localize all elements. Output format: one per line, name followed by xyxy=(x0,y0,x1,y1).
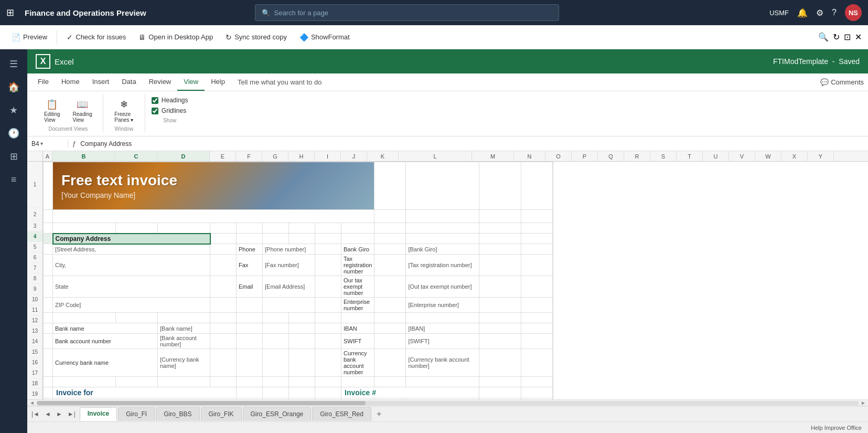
preview-button[interactable]: 📄 Preview xyxy=(6,31,52,44)
cells-rest-2[interactable] xyxy=(553,210,553,223)
row-header-6: 6 xyxy=(27,252,42,263)
sidebar-home-icon[interactable]: 🏠 xyxy=(3,77,24,98)
cell-k1[interactable] xyxy=(374,162,406,210)
reading-view-button[interactable]: 📖 ReadingView xyxy=(69,97,97,125)
tab-data[interactable]: Data xyxy=(115,73,142,91)
horizontal-scrollbar[interactable]: ◄ ► xyxy=(27,399,868,406)
table-row: Company Address xyxy=(44,234,553,244)
formula-value: Company Address xyxy=(80,140,864,147)
notification-icon[interactable]: 🔔 xyxy=(797,8,808,18)
col-header-n: N xyxy=(514,151,545,161)
cells-rest-1[interactable] xyxy=(553,162,553,210)
sheet-nav-prev[interactable]: ◄ xyxy=(42,409,53,419)
cell-n1[interactable] xyxy=(521,162,553,210)
tab-view[interactable]: View xyxy=(177,73,205,91)
row-header-9: 9 xyxy=(27,284,42,294)
sheet-nav: |◄ ◄ ► ►| xyxy=(27,409,80,419)
close-icon[interactable]: ✕ xyxy=(855,32,862,42)
headings-checkbox-input[interactable] xyxy=(152,97,158,104)
col-header-t: T xyxy=(677,151,703,161)
h-scroll-left[interactable]: ◄ xyxy=(29,400,35,406)
settings-icon[interactable]: ⚙ xyxy=(816,8,823,18)
cell-l2[interactable] xyxy=(406,210,479,223)
sync-button[interactable]: ↻ Sync stored copy xyxy=(220,31,292,44)
sidebar-menu-icon[interactable]: ☰ xyxy=(3,54,24,75)
cell-k2[interactable] xyxy=(374,210,406,223)
popout-icon[interactable]: ⊡ xyxy=(844,32,851,42)
invoice-title: Free text invoice xyxy=(61,172,366,189)
app-grid-icon[interactable]: ⊞ xyxy=(6,7,14,18)
h-scroll-track[interactable] xyxy=(37,401,859,405)
h-scroll-thumb[interactable] xyxy=(37,401,366,405)
top-nav-right: USMF 🔔 ⚙ ? NS xyxy=(769,4,862,21)
excel-header: X Excel FTIModTemplate - Saved xyxy=(27,49,868,73)
sheet-nav-first[interactable]: |◄ xyxy=(29,409,41,419)
editing-view-icon: 📋 xyxy=(46,99,58,110)
help-icon[interactable]: ? xyxy=(832,8,837,17)
sheet-tab-giro-fi[interactable]: Giro_FI xyxy=(118,407,155,421)
avatar[interactable]: NS xyxy=(845,4,862,21)
sheet-tab-invoice[interactable]: Invoice xyxy=(80,407,117,421)
show-format-button[interactable]: 🔷 ShowFormat xyxy=(294,31,355,44)
col-header-v: V xyxy=(729,151,755,161)
cell-ref-dropdown-icon[interactable]: ▾ xyxy=(40,141,43,146)
show-label: Show xyxy=(163,118,176,123)
cell-reference[interactable]: B4 ▾ xyxy=(31,140,68,147)
gridlines-checkbox-input[interactable] xyxy=(152,108,158,114)
sidebar-recent-icon[interactable]: 🕐 xyxy=(3,123,24,144)
sheet-tab-giro-fik[interactable]: Giro_FIK xyxy=(201,407,242,421)
col-header-c: C xyxy=(115,151,157,161)
sidebar-star-icon[interactable]: ★ xyxy=(3,100,24,121)
open-desktop-button[interactable]: 🖥 Open in Desktop App xyxy=(133,31,218,44)
sheet-tab-giro-esr-red[interactable]: Giro_ESR_Red xyxy=(312,407,371,421)
cell-l1[interactable] xyxy=(406,162,479,210)
ribbon-show-checkboxes: Headings Gridlines xyxy=(152,97,188,117)
row-header-1: 1 xyxy=(27,162,42,208)
tell-me-input[interactable]: Tell me what you want to do xyxy=(231,74,820,90)
column-headers: A B C D E F G H I J K L M N O P Q R S T xyxy=(27,151,868,162)
headings-checkbox[interactable]: Headings xyxy=(152,97,188,104)
cell-a2[interactable] xyxy=(44,210,53,223)
h-scroll-right[interactable]: ► xyxy=(861,400,866,406)
formula-bar: B4 ▾ ƒ Company Address xyxy=(27,136,868,151)
cell-m2[interactable] xyxy=(479,210,521,223)
reading-view-icon: 📖 xyxy=(77,99,88,110)
toolbar-separator xyxy=(57,30,57,45)
sheet-nav-next[interactable]: ► xyxy=(54,409,65,419)
sheet-tab-giro-esr-orange[interactable]: Giro_ESR_Orange xyxy=(243,407,312,421)
check-issues-button[interactable]: ✓ Check for issues xyxy=(61,31,131,44)
show-format-icon: 🔷 xyxy=(299,33,308,41)
sync-icon: ↻ xyxy=(226,33,232,41)
cell-a1[interactable] xyxy=(44,162,53,210)
top-nav: ⊞ Finance and Operations Preview 🔍 Searc… xyxy=(0,0,868,25)
tab-help[interactable]: Help xyxy=(205,73,231,91)
sheet-tab-giro-bbs[interactable]: Giro_BBS xyxy=(156,407,199,421)
add-sheet-button[interactable]: + xyxy=(372,409,385,419)
cell-m1[interactable] xyxy=(479,162,521,210)
invoice-company: [Your Company Name] xyxy=(61,191,366,199)
sidebar-list-icon[interactable]: ≡ xyxy=(3,169,24,190)
cell-n2[interactable] xyxy=(521,210,553,223)
comments-label: Comments xyxy=(831,78,864,86)
search-bar[interactable]: 🔍 Search for a page xyxy=(255,4,559,21)
editing-view-button[interactable]: 📋 EditingView xyxy=(40,97,65,125)
ribbon-group-document-views: 📋 EditingView 📖 ReadingView Document Vie… xyxy=(34,94,103,133)
tab-home[interactable]: Home xyxy=(55,73,86,91)
gridlines-checkbox[interactable]: Gridlines xyxy=(152,107,188,114)
sidebar-grid-icon[interactable]: ⊞ xyxy=(3,146,24,167)
cell-b4-company-address[interactable]: Company Address xyxy=(53,234,210,244)
tab-review[interactable]: Review xyxy=(143,73,178,91)
cell-b2-j2[interactable] xyxy=(53,210,374,223)
tab-insert[interactable]: Insert xyxy=(86,73,116,91)
sheet-nav-last[interactable]: ►| xyxy=(66,409,78,419)
ribbon-group-window: ❄ FreezePanes ▾ Window xyxy=(103,94,145,133)
refresh-icon[interactable]: ↻ xyxy=(833,32,840,42)
table-row: Invoice for Invoice # xyxy=(44,387,553,398)
function-icon: ƒ xyxy=(72,140,76,147)
comments-button[interactable]: 💬 Comments xyxy=(820,78,864,86)
status-bar: Help Improve Office xyxy=(27,421,868,433)
freeze-panes-button[interactable]: ❄ FreezePanes ▾ xyxy=(110,97,137,125)
col-header-k: K xyxy=(367,151,399,161)
tab-file[interactable]: File xyxy=(31,73,55,91)
search-icon-toolbar[interactable]: 🔍 xyxy=(818,32,829,42)
